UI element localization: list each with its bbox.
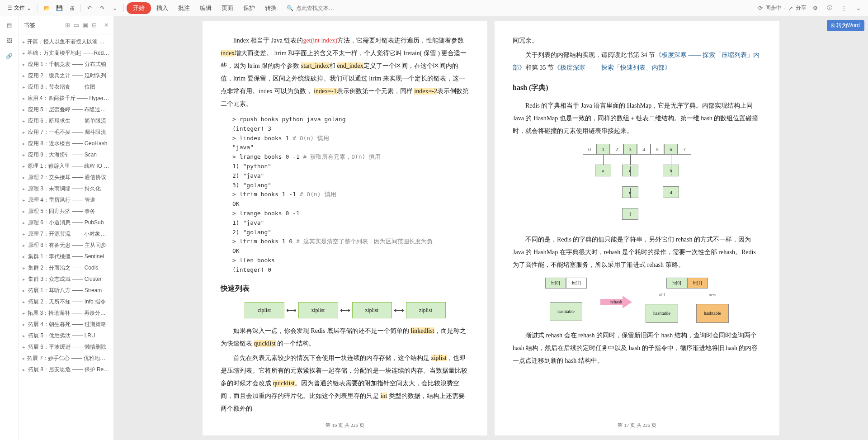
bookmark-item[interactable]: ▸应用 1：千帆竞发 —— 分布式锁 xyxy=(19,59,113,70)
ziplist-node: ziplist xyxy=(245,302,284,318)
paragraph: Redis 的字典相当于 Java 语言里面的 HashMap，它是无序字典。内… xyxy=(513,99,761,137)
print-icon[interactable]: 🖨 xyxy=(66,2,78,14)
paragraph: 关于列表的内部结构实现，请阅读此书第 34 节《极度深寒 —— 探索「压缩列表」… xyxy=(513,49,761,74)
bookmark-item[interactable]: ▸原理 1：鞭辟入里 —— 线程 IO 模型 xyxy=(19,161,113,172)
sidebar-icon-2[interactable]: ▭ xyxy=(74,22,79,28)
code-block: > rpush books python java golang (intege… xyxy=(232,115,469,275)
arrow-icon: ⟷ xyxy=(286,303,297,317)
bookmark-item[interactable]: ▸原理 5：同舟共济 —— 事务 xyxy=(19,206,113,217)
hashmap-diagram: 01234567 a cef bd xyxy=(513,144,761,227)
bookmark-item[interactable]: ▸原理 4：雷厉风行 —— 管道 xyxy=(19,194,113,206)
sidebar-title: 书签 xyxy=(24,21,65,29)
file-label: 文件 xyxy=(14,4,25,12)
ziplist-node: ziplist xyxy=(352,302,392,318)
arrow-icon: ⟷ xyxy=(340,303,350,317)
sidebar-icon-1[interactable]: ⊞ xyxy=(65,22,70,28)
link-rail-icon[interactable]: 🔗 xyxy=(5,52,14,61)
info-icon[interactable]: ⓘ xyxy=(824,2,835,14)
page-17: 间冗余。 关于列表的内部结构实现，请阅读此书第 34 节《极度深寒 —— 探索「… xyxy=(495,21,779,435)
bookmark-item[interactable]: ▸原理 8：有备无患 —— 主从同步 xyxy=(19,240,113,251)
bookmark-item[interactable]: ▸拓展 6：平波缓进 —— 懒惰删除 xyxy=(19,341,113,353)
tab-insert[interactable]: 插入 xyxy=(152,2,173,14)
convert-to-word-button[interactable]: ⎘转为Word xyxy=(827,20,864,31)
bookmark-item[interactable]: ▸拓展 3：拾遗漏补 —— 再谈分布式锁 xyxy=(19,308,113,319)
sidebar-icon-3[interactable]: ▣ xyxy=(83,22,88,28)
document-viewport[interactable]: ⎘转为Word lindex 相当于 Java 链表的get(int index… xyxy=(114,16,868,440)
bookmark-item[interactable]: ▸原理 7：开源节流 —— 小对象压缩 xyxy=(19,228,113,240)
tab-edit[interactable]: 编辑 xyxy=(195,2,216,14)
rehash-arrow: rehash xyxy=(600,296,632,308)
bookmark-list[interactable]: ▸开篇：授人以鱼不若授人以渔 —— Red…▸基础：万丈高楼平地起 ——Redi… xyxy=(19,34,113,440)
bookmark-item[interactable]: ▸拓展 2：无所不知 —— Info 指令 xyxy=(19,296,113,308)
paragraph: 间冗余。 xyxy=(513,34,761,47)
tab-start[interactable]: 开始 xyxy=(127,2,151,14)
bookmark-item[interactable]: ▸拓展 5：优胜劣汰 —— LRU xyxy=(19,330,113,341)
sidebar-close-icon[interactable]: ✕ xyxy=(104,22,109,28)
share-button[interactable]: ↗分享 xyxy=(788,4,807,12)
image-rail-icon[interactable]: 🖼 xyxy=(5,36,14,45)
bookmark-rail-icon[interactable]: ▤ xyxy=(5,21,14,30)
bookmark-item[interactable]: ▸应用 8：近水楼台 —— GeoHash xyxy=(19,138,113,149)
word-icon: ⎘ xyxy=(831,23,835,29)
file-menu[interactable]: ☰ 文件 ⌄ xyxy=(4,2,35,14)
sync-icon: ⟳ xyxy=(758,5,763,11)
heading-fastlist: 快速列表 xyxy=(221,281,469,296)
bookmark-item[interactable]: ▸开篇：授人以鱼不若授人以渔 —— Red… xyxy=(19,36,113,47)
arrow-icon: ⟷ xyxy=(394,303,404,317)
save-icon[interactable]: 💾 xyxy=(53,2,65,14)
tab-annotate[interactable]: 批注 xyxy=(174,2,194,14)
redo-icon[interactable]: ↷ xyxy=(96,2,108,14)
dropdown-icon[interactable]: ⌄ xyxy=(109,2,121,14)
bookmark-item[interactable]: ▸拓展 7：妙手仁心 —— 优雅地使用 Je… xyxy=(19,353,113,364)
paragraph: 不同的是，Redis 的字典的值只能是字符串，另外它们 rehash 的方式不一… xyxy=(513,233,761,271)
tab-convert[interactable]: 转换 xyxy=(260,2,281,14)
bookmark-item[interactable]: ▸基础：万丈高楼平地起 ——Redis 基础… xyxy=(19,47,113,59)
bookmark-item[interactable]: ▸应用 3：节衣缩食 —— 位图 xyxy=(19,81,113,93)
undo-icon[interactable]: ↶ xyxy=(84,2,95,14)
bookmark-item[interactable]: ▸集群 1：李代桃僵 —— Sentinel xyxy=(19,251,113,262)
tab-protect[interactable]: 保护 xyxy=(239,2,259,14)
bookmark-item[interactable]: ▸应用 4：四两拨千斤 —— HyperLogLog xyxy=(19,93,113,104)
ziplist-node: ziplist xyxy=(406,302,446,318)
menu-icon: ☰ xyxy=(7,5,12,11)
bookmark-item[interactable]: ▸原理 3：未雨绸缪 —— 持久化 xyxy=(19,183,113,194)
paragraph: 渐进式 rehash 会在 rehash 的同时，保留新旧两个 hash 结构，… xyxy=(513,329,761,367)
paragraph: 如果再深入一点，你会发现 Redis 底层存储的还不是一个简单的 linkedl… xyxy=(221,325,469,350)
open-icon[interactable]: 📂 xyxy=(41,2,52,14)
bookmark-item[interactable]: ▸集群 2：分而治之 —— Codis xyxy=(19,262,113,274)
main-toolbar: ☰ 文件 ⌄ 📂 💾 🖨 ↶ ↷ ⌄ 开始 插入 批注 编辑 页面 保护 转换 … xyxy=(0,0,868,16)
left-rail: ▤ 🖼 🔗 xyxy=(0,16,19,440)
bookmark-sidebar: 书签 ⊞ ▭ ▣ ⊟ ✕ ▸开篇：授人以鱼不若授人以渔 —— Red…▸基础：万… xyxy=(19,16,114,440)
bookmark-item[interactable]: ▸拓展 1：耳听八方 —— Stream xyxy=(19,285,113,296)
bookmark-item[interactable]: ▸应用 6：断尾求生 —— 简单限流 xyxy=(19,115,113,127)
sidebar-icon-4[interactable]: ⊟ xyxy=(92,22,97,28)
bookmark-item[interactable]: ▸应用 2：缓兵之计 —— 延时队列 xyxy=(19,70,113,81)
gear-icon[interactable]: ⚙ xyxy=(809,2,821,14)
rehash-diagram: ht[0]ht[1] hashtable rehash ht[0]ht[1] o… xyxy=(513,278,761,323)
tab-page[interactable]: 页面 xyxy=(217,2,238,14)
bookmark-item[interactable]: ▸原理 2：交头接耳 —— 通信协议 xyxy=(19,172,113,183)
search-box[interactable]: 🔍 xyxy=(287,5,350,11)
bookmark-item[interactable]: ▸应用 9：大海捞针 —— Scan xyxy=(19,149,113,161)
search-input[interactable] xyxy=(296,5,350,11)
more-icon[interactable]: ⋮ xyxy=(838,2,850,14)
page-16: lindex 相当于 Java 链表的get(int index)方法，它需要对… xyxy=(203,21,487,435)
bookmark-item[interactable]: ▸拓展 4：朝生暮死 —— 过期策略 xyxy=(19,319,113,330)
ziplist-node: ziplist xyxy=(298,302,338,318)
bookmark-item[interactable]: ▸原理 6：小道消息 —— PubSub xyxy=(19,217,113,228)
collapse-icon[interactable]: ⌄ xyxy=(853,2,864,14)
bookmark-item[interactable]: ▸集群 3：众志成城 —— Cluster xyxy=(19,274,113,285)
page-footer: 第 16 页 共 226 页 xyxy=(203,420,487,430)
page-footer: 第 17 页 共 226 页 xyxy=(495,420,779,430)
heading-hash: hash (字典) xyxy=(513,80,761,95)
paragraph: lindex 相当于 Java 链表的get(int index)方法，它需要对… xyxy=(221,34,469,110)
bookmark-item[interactable]: ▸拓展 8：居安思危 —— 保护 Redis xyxy=(19,364,113,375)
bookmark-item[interactable]: ▸应用 7：一毛不拔 —— 漏斗限流 xyxy=(19,127,113,138)
paragraph: 首先在列表元素较少的情况下会使用一块连续的内存存储，这个结构是 ziplist，… xyxy=(221,352,469,415)
search-icon: 🔍 xyxy=(287,5,293,11)
sync-status[interactable]: ⟳同步中· xyxy=(758,4,786,12)
share-icon: ↗ xyxy=(788,5,793,11)
ziplist-diagram: ziplist ⟷ ziplist ⟷ ziplist ⟷ ziplist xyxy=(221,302,469,318)
chevron-down-icon: ⌄ xyxy=(27,5,31,11)
bookmark-item[interactable]: ▸应用 5：层峦叠嶂 —— 布隆过滤器 xyxy=(19,104,113,115)
